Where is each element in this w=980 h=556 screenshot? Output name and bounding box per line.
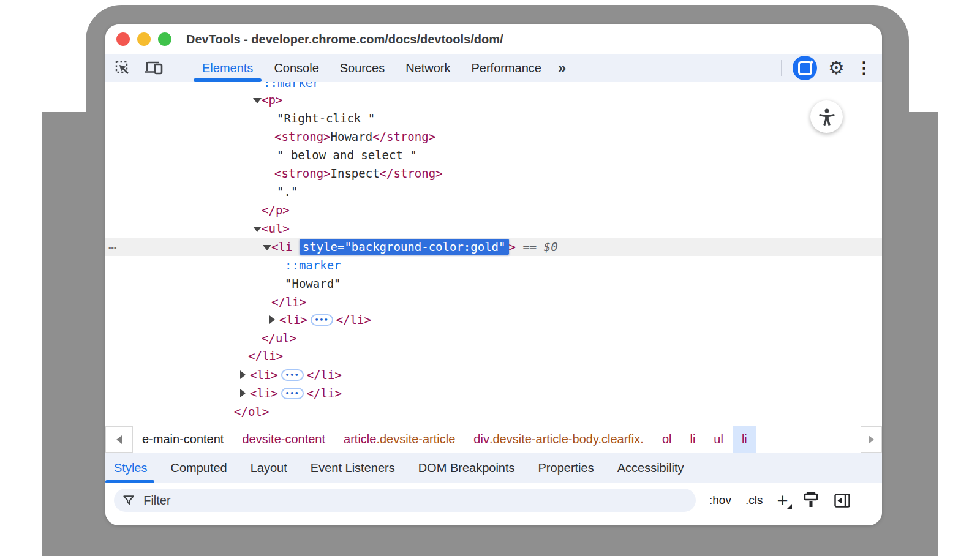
dom-tree-row[interactable]: "Howard" (105, 274, 882, 293)
token-tag: <p> (262, 93, 282, 107)
dom-tree-row-text: ::marker (285, 256, 341, 274)
dom-tree-row[interactable]: <li>•••</li> (105, 310, 882, 329)
close-button[interactable] (116, 32, 130, 46)
dom-tree-row[interactable]: </ul> (105, 329, 882, 347)
styles-tab-layout[interactable]: Layout (251, 453, 287, 483)
dom-tree-row-text: <li>•••</li> (279, 310, 371, 329)
chevron-right-icon (869, 435, 874, 444)
chevron-left-icon (116, 435, 122, 444)
new-style-rule-button[interactable]: + (777, 491, 788, 510)
token-tag: </ul> (262, 331, 296, 345)
dom-tree-row[interactable]: </ol> (105, 402, 882, 421)
expand-arrow-icon[interactable] (240, 389, 246, 397)
collapse-arrow-icon[interactable] (253, 227, 262, 232)
element-classes-button[interactable]: .cls (745, 494, 763, 507)
dock-sidebar-icon[interactable] (834, 493, 851, 508)
breadcrumb-scroll-right-button[interactable] (861, 426, 882, 453)
expand-arrow-icon[interactable] (270, 315, 275, 324)
tab-performance[interactable]: Performance (461, 54, 552, 82)
token-dollar: $0 (544, 240, 558, 254)
breadcrumb-part-tag: devsite-content (242, 432, 325, 446)
breadcrumb-item[interactable]: ol (653, 426, 681, 453)
token-tag: <li> (279, 313, 307, 326)
collapse-arrow-icon[interactable] (263, 245, 271, 250)
tab-network[interactable]: Network (395, 54, 461, 82)
styles-tab-properties[interactable]: Properties (538, 453, 594, 483)
dom-tree-row[interactable]: ::marker (105, 256, 882, 274)
token-tag: </li> (336, 313, 371, 326)
dom-tree-row[interactable]: <p> (105, 91, 882, 109)
token-text: "." (277, 185, 298, 198)
token-text: "Right-click " (277, 111, 375, 125)
dom-tree-row-text: <strong>Inspect</strong> (274, 164, 443, 182)
dom-tree-row[interactable]: "." (105, 182, 882, 201)
dom-tree-row[interactable]: <li>•••</li> (105, 384, 882, 402)
funnel-icon (123, 494, 135, 507)
breadcrumb-scroll-left-button[interactable] (105, 426, 133, 453)
dom-tree-row[interactable]: " below and select " (105, 146, 882, 164)
dom-tree-row-text: </li> (271, 293, 306, 311)
settings-gear-icon[interactable]: ⚙ (828, 59, 845, 77)
row-overflow-dots-icon[interactable]: … (108, 236, 116, 254)
device-toolbar-icon[interactable] (145, 60, 164, 77)
collapsed-content-ellipsis[interactable]: ••• (311, 314, 333, 326)
token-tag: </li> (307, 368, 342, 381)
styles-filter-bar: :hov .cls + (105, 483, 882, 525)
token-text: Howard (331, 130, 373, 143)
window-title: DevTools - developer.chrome.com/docs/dev… (186, 32, 503, 47)
tab-sources[interactable]: Sources (330, 54, 395, 82)
devtools-toolbar: ElementsConsoleSourcesNetworkPerformance… (105, 54, 882, 82)
zoom-button[interactable] (158, 32, 172, 46)
dom-tree-row[interactable]: </li> (105, 347, 882, 365)
toggle-element-state-button[interactable]: :hov (709, 494, 731, 507)
dom-tree-row-text: <strong>Howard</strong> (274, 127, 435, 146)
breadcrumb-item[interactable]: div.devsite-article-body.clearfix. (464, 426, 653, 453)
styles-tab-dom-breakpoints[interactable]: DOM Breakpoints (418, 453, 515, 483)
tab-elements[interactable]: Elements (192, 54, 263, 82)
breadcrumb-item[interactable]: article.devsite-article (334, 426, 464, 453)
styles-tab-styles[interactable]: Styles (114, 453, 147, 483)
dom-tree-row[interactable]: "Right-click " (105, 109, 882, 127)
dom-tree-row[interactable]: <ul> (105, 219, 882, 238)
dom-tree: ::marker<p>"Right-click "<strong>Howard<… (105, 82, 882, 426)
dom-tree-row-text: <p> (262, 91, 282, 109)
breadcrumb-part-tag: article (344, 432, 376, 446)
dom-tree-row[interactable]: <strong>Inspect</strong> (105, 164, 882, 182)
styles-tab-event-listeners[interactable]: Event Listeners (311, 453, 395, 483)
more-tabs-chevron-icon[interactable]: » (558, 59, 565, 77)
dom-tree-row[interactable]: <strong>Howard</strong> (105, 127, 882, 146)
breadcrumb-item[interactable]: li (733, 426, 756, 453)
ai-assistant-icon[interactable]: ✦ (793, 56, 817, 80)
styles-tab-accessibility[interactable]: Accessibility (617, 453, 684, 483)
filter-input[interactable] (142, 493, 687, 508)
breadcrumb: e-main-contentdevsite-contentarticle.dev… (105, 426, 882, 453)
styles-tab-computed[interactable]: Computed (170, 453, 227, 483)
token-tag: </li> (248, 349, 283, 363)
dom-tree-row-text: <li>•••</li> (250, 366, 342, 384)
dom-tree-row[interactable]: </li> (105, 293, 882, 311)
collapse-arrow-icon[interactable] (253, 98, 262, 103)
brush-icon[interactable] (802, 492, 820, 509)
dom-tree-row-text: "Howard" (285, 274, 341, 293)
tab-console[interactable]: Console (263, 54, 329, 82)
breadcrumb-item[interactable]: e-main-content (133, 426, 233, 453)
accessibility-overlay-button[interactable] (810, 100, 843, 133)
breadcrumb-item[interactable]: devsite-content (233, 426, 334, 453)
minimize-button[interactable] (137, 32, 151, 46)
breadcrumb-part-class: .devsite-article-body.clearfix. (489, 432, 644, 446)
expand-arrow-icon[interactable] (240, 370, 246, 379)
kebab-menu-icon[interactable]: ⋮ (856, 60, 872, 77)
dom-tree-row[interactable]: </p> (105, 201, 882, 219)
token-tag: > (509, 240, 516, 254)
dom-tree-row[interactable]: …<li style="background-color:gold"> == $… (105, 238, 882, 256)
dom-tree-row[interactable]: <li>•••</li> (105, 366, 882, 384)
title-bar: DevTools - developer.chrome.com/docs/dev… (105, 24, 882, 54)
breadcrumb-item[interactable]: li (680, 426, 704, 453)
breadcrumb-item[interactable]: ul (704, 426, 733, 453)
token-eq: == (516, 240, 544, 254)
inspect-icon[interactable] (115, 60, 131, 77)
collapsed-content-ellipsis[interactable]: ••• (281, 388, 304, 399)
breadcrumb-part-tag: li (690, 432, 695, 446)
collapsed-content-ellipsis[interactable]: ••• (281, 369, 304, 381)
breadcrumb-part-plain: e-main-content (142, 432, 224, 446)
